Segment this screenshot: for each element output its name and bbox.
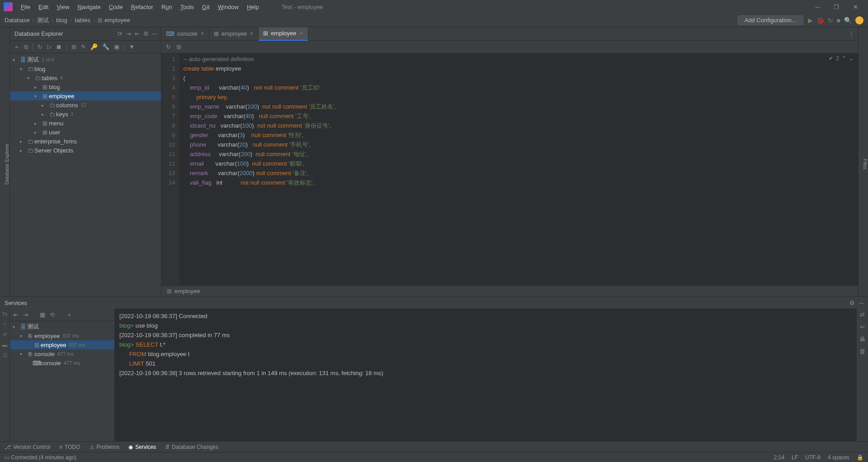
breadcrumb-item[interactable]: 测试 <box>37 16 49 24</box>
status-encoding[interactable]: UTF-8 <box>805 454 821 461</box>
tree-schema-blog[interactable]: ▾🗀 blog <box>10 64 161 73</box>
key-icon[interactable]: 🔑 <box>90 43 98 50</box>
tool-problems[interactable]: ⚠Problems <box>90 444 120 450</box>
history-icon[interactable]: ⟲ <box>50 311 55 318</box>
chevron-up-icon[interactable]: ⌃ <box>842 55 846 62</box>
services-tree-console[interactable]: ▾⎘ console 477 ms <box>10 349 114 358</box>
add-configuration-button[interactable]: Add Configuration... <box>738 15 803 25</box>
collapse-icon[interactable]: ⇥ <box>126 30 131 37</box>
tool-version-control[interactable]: ⎇Version Control <box>5 444 50 450</box>
tree-server-objects[interactable]: ▸🗀 Server Objects <box>10 146 161 155</box>
tree-table-menu[interactable]: ▸⊞ menu <box>10 119 161 128</box>
tree-table-blog[interactable]: ▸⊞ blog <box>10 82 161 91</box>
close-icon[interactable]: ✕ <box>846 0 864 14</box>
services-tree-console-result[interactable]: ⌨ console 477 ms <box>10 358 114 367</box>
refresh-icon[interactable]: ↻ <box>38 43 42 50</box>
tool-todo[interactable]: ≡TODO <box>59 444 80 450</box>
debug-icon[interactable]: 🐞 <box>816 17 824 24</box>
tree-tables[interactable]: ▾🗀 tables 4 <box>10 73 161 82</box>
add-icon[interactable]: ＋ <box>66 311 72 319</box>
menu-file[interactable]: File <box>17 2 34 12</box>
menu-run[interactable]: Run <box>158 2 176 12</box>
status-line-ending[interactable]: LF <box>792 454 798 461</box>
sync-icon[interactable]: ⟳ <box>118 30 123 37</box>
bookmark-icon[interactable]: ▬ <box>2 342 7 348</box>
tree-schema-enterprise[interactable]: ▸🗀 enterprise_hrms <box>10 137 161 146</box>
menu-refactor[interactable]: Refactor <box>127 2 157 12</box>
add-icon[interactable]: ＋ <box>14 43 19 51</box>
tab-employee-1[interactable]: ⊞ employee ✕ <box>209 27 259 41</box>
menu-edit[interactable]: Edit <box>35 2 52 12</box>
services-output[interactable]: [2022-10-19 08:36:37] Connectedblog> use… <box>115 309 856 441</box>
tree-columns[interactable]: ▸🗀 columns 12 <box>10 100 161 110</box>
tx-icon[interactable]: Tx <box>2 311 7 317</box>
expand-icon[interactable]: ⇥ <box>23 311 28 318</box>
menu-navigate[interactable]: Navigate <box>74 2 104 12</box>
status-cursor-pos[interactable]: 2:14 <box>774 454 784 461</box>
tree-table-employee[interactable]: ▾⊞ employee <box>10 91 161 100</box>
editor-footer-breadcrumb[interactable]: employee <box>175 288 200 295</box>
grid-icon[interactable]: ▦ <box>40 311 45 318</box>
menu-help[interactable]: Help <box>243 2 263 12</box>
tab-console[interactable]: ⌨ console ✕ <box>161 27 209 41</box>
table-view-icon[interactable]: ⊞ <box>176 43 181 50</box>
chevron-down-icon[interactable]: ⌄ <box>849 55 854 62</box>
tree-datasource[interactable]: ▾🗄 测试 2 of 6 <box>10 55 161 64</box>
gear-icon[interactable]: ⚙ <box>143 30 149 37</box>
lock-icon[interactable]: 🔒 <box>857 454 863 461</box>
tool-services[interactable]: ◉Services <box>128 444 156 450</box>
services-tree-employee-result[interactable]: ⊞ employee 837 ms <box>10 340 114 349</box>
code-editor[interactable]: 1234567891011121314 ✔ 2 ⌃ ⌄ -- auto-gene… <box>161 53 858 286</box>
tree-keys[interactable]: ▸🗀 keys 1 <box>10 110 161 119</box>
tool-icon[interactable]: 🔧 <box>102 43 109 50</box>
edit-icon[interactable]: ✎ <box>81 43 86 50</box>
breadcrumb-item[interactable]: blog <box>56 17 67 24</box>
close-icon[interactable]: ✕ <box>250 31 254 37</box>
breadcrumb-item[interactable]: Database <box>5 17 30 24</box>
run-icon[interactable]: ▶ <box>808 17 813 24</box>
table-icon[interactable]: ⊞ <box>71 43 76 50</box>
tree-table-user[interactable]: ▸⊞ user <box>10 128 161 137</box>
rollback-icon[interactable]: ↺ <box>3 332 7 338</box>
stop-sql-icon[interactable]: ⏹ <box>56 43 62 50</box>
scroll-icon[interactable]: ⇄ <box>860 311 865 318</box>
menu-tools[interactable]: Tools <box>177 2 198 12</box>
rail-files[interactable]: Files <box>863 159 868 169</box>
breadcrumb-item[interactable]: employee <box>104 17 130 24</box>
status-indent[interactable]: 4 spaces <box>828 454 849 461</box>
tool-db-changes[interactable]: ⇵Database Changes <box>165 444 218 450</box>
close-icon[interactable]: ✕ <box>299 30 303 36</box>
services-tree-datasource[interactable]: ▾🗄 测试 <box>10 322 114 331</box>
tab-employee-2[interactable]: ⊞ employee ✕ <box>259 27 308 41</box>
filter-icon[interactable]: ▼ <box>129 43 135 50</box>
search-icon[interactable]: 🔍 <box>844 17 852 24</box>
close-icon[interactable]: ✕ <box>200 31 204 37</box>
gear-icon[interactable]: ⚙ <box>849 300 855 306</box>
minimize-panel-icon[interactable]: ─ <box>152 30 156 37</box>
maximize-icon[interactable]: ❐ <box>827 0 845 14</box>
menu-window[interactable]: Window <box>214 2 242 12</box>
collapse-icon[interactable]: ⇤ <box>14 311 19 318</box>
run-sql-icon[interactable]: ▷ <box>47 43 52 50</box>
console-icon[interactable]: ▣ <box>114 43 119 50</box>
menu-code[interactable]: Code <box>105 2 127 12</box>
wrap-icon[interactable]: ↩ <box>860 324 865 330</box>
trash-icon[interactable]: 🗑 <box>859 348 865 355</box>
breadcrumb-item[interactable]: tables <box>75 17 90 24</box>
avatar-icon[interactable] <box>855 16 863 24</box>
refresh-icon[interactable]: ↻ <box>166 43 171 50</box>
more-icon[interactable]: ⋮ <box>845 30 858 37</box>
menu-view[interactable]: View <box>53 2 73 12</box>
print-icon[interactable]: 🖶 <box>859 336 865 343</box>
rerun-icon[interactable]: ↻ <box>828 17 833 24</box>
menu-git[interactable]: Git <box>198 2 213 12</box>
check-icon[interactable]: ✓ <box>3 321 7 327</box>
minimize-panel-icon[interactable]: ─ <box>859 300 863 306</box>
expand-icon[interactable]: ⇤ <box>135 30 140 37</box>
stop-icon[interactable]: ■ <box>837 17 840 24</box>
copy-icon[interactable]: ⧉ <box>24 43 28 51</box>
rail-database-explorer[interactable]: Database Explorer <box>4 143 9 185</box>
minimize-icon[interactable]: ─ <box>808 0 826 14</box>
layout-icon[interactable]: ◫ <box>3 352 7 358</box>
services-tree-employee[interactable]: ▾⎘ employee 837 ms <box>10 331 114 340</box>
